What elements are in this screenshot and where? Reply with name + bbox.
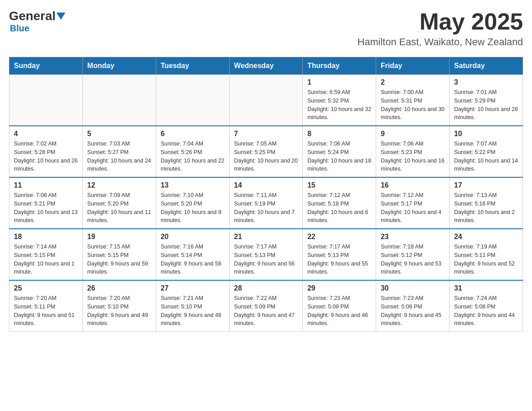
day-number: 23 (381, 233, 445, 241)
calendar-cell: 30Sunrise: 7:23 AMSunset: 5:08 PMDayligh… (376, 280, 450, 332)
day-info: Sunrise: 7:16 AMSunset: 5:14 PMDaylight:… (161, 243, 225, 276)
calendar-cell: 29Sunrise: 7:23 AMSunset: 5:09 PMDayligh… (303, 280, 376, 332)
calendar-cell: 24Sunrise: 7:19 AMSunset: 5:11 PMDayligh… (450, 229, 523, 280)
day-info: Sunrise: 7:13 AMSunset: 5:16 PMDaylight:… (454, 191, 518, 225)
calendar-cell: 8Sunrise: 7:06 AMSunset: 5:24 PMDaylight… (303, 126, 376, 177)
day-info: Sunrise: 7:18 AMSunset: 5:12 PMDaylight:… (381, 243, 445, 276)
day-info: Sunrise: 7:00 AMSunset: 5:31 PMDaylight:… (381, 88, 445, 122)
calendar-cell: 2Sunrise: 7:00 AMSunset: 5:31 PMDaylight… (376, 75, 450, 126)
calendar-cell: 5Sunrise: 7:03 AMSunset: 5:27 PMDaylight… (82, 126, 156, 177)
day-number: 28 (234, 284, 298, 292)
day-number: 29 (307, 284, 371, 292)
day-number: 14 (234, 181, 298, 189)
weekday-header-thursday: Thursday (303, 57, 376, 75)
calendar-cell: 7Sunrise: 7:05 AMSunset: 5:25 PMDaylight… (229, 126, 303, 177)
day-number: 20 (161, 233, 225, 241)
day-number: 8 (307, 130, 371, 138)
day-number: 24 (454, 233, 518, 241)
day-info: Sunrise: 7:21 AMSunset: 5:10 PMDaylight:… (161, 294, 225, 328)
day-info: Sunrise: 7:04 AMSunset: 5:26 PMDaylight:… (161, 140, 225, 173)
calendar-cell: 15Sunrise: 7:12 AMSunset: 5:18 PMDayligh… (303, 177, 376, 229)
day-info: Sunrise: 7:14 AMSunset: 5:15 PMDaylight:… (14, 243, 78, 276)
day-info: Sunrise: 7:20 AMSunset: 5:11 PMDaylight:… (14, 294, 78, 328)
day-info: Sunrise: 7:02 AMSunset: 5:28 PMDaylight:… (14, 140, 78, 173)
logo-triangle-icon (56, 13, 65, 20)
day-info: Sunrise: 7:05 AMSunset: 5:25 PMDaylight:… (234, 140, 298, 173)
day-number: 16 (381, 181, 445, 189)
calendar-cell: 21Sunrise: 7:17 AMSunset: 5:13 PMDayligh… (229, 229, 303, 280)
day-info: Sunrise: 7:06 AMSunset: 5:23 PMDaylight:… (381, 140, 445, 173)
location-subtitle: Hamilton East, Waikato, New Zealand (357, 36, 523, 48)
weekday-header-tuesday: Tuesday (156, 57, 229, 75)
calendar-cell: 19Sunrise: 7:15 AMSunset: 5:15 PMDayligh… (82, 229, 156, 280)
calendar-cell: 28Sunrise: 7:22 AMSunset: 5:09 PMDayligh… (229, 280, 303, 332)
calendar-cell (156, 75, 229, 126)
day-info: Sunrise: 7:01 AMSunset: 5:29 PMDaylight:… (454, 88, 518, 122)
day-info: Sunrise: 6:59 AMSunset: 5:32 PMDaylight:… (307, 88, 371, 122)
calendar-week-row: 4Sunrise: 7:02 AMSunset: 5:28 PMDaylight… (9, 126, 523, 177)
calendar-cell: 26Sunrise: 7:20 AMSunset: 5:10 PMDayligh… (82, 280, 156, 332)
day-info: Sunrise: 7:06 AMSunset: 5:24 PMDaylight:… (307, 140, 371, 173)
day-number: 27 (161, 284, 225, 292)
day-number: 2 (381, 78, 445, 86)
calendar-cell: 22Sunrise: 7:17 AMSunset: 5:13 PMDayligh… (303, 229, 376, 280)
day-number: 22 (307, 233, 371, 241)
day-info: Sunrise: 7:11 AMSunset: 5:19 PMDaylight:… (234, 191, 298, 225)
day-info: Sunrise: 7:22 AMSunset: 5:09 PMDaylight:… (234, 294, 298, 328)
calendar-cell: 14Sunrise: 7:11 AMSunset: 5:19 PMDayligh… (229, 177, 303, 229)
day-number: 18 (14, 233, 78, 241)
calendar-cell (229, 75, 303, 126)
day-number: 25 (14, 284, 78, 292)
calendar-cell (9, 75, 83, 126)
day-number: 3 (454, 78, 518, 86)
calendar-week-row: 11Sunrise: 7:08 AMSunset: 5:21 PMDayligh… (9, 177, 523, 229)
calendar-cell: 25Sunrise: 7:20 AMSunset: 5:11 PMDayligh… (9, 280, 83, 332)
day-number: 10 (454, 130, 518, 138)
day-number: 4 (14, 130, 78, 138)
day-number: 6 (161, 130, 225, 138)
weekday-header-wednesday: Wednesday (229, 57, 303, 75)
day-number: 31 (454, 284, 518, 292)
calendar-cell: 17Sunrise: 7:13 AMSunset: 5:16 PMDayligh… (450, 177, 523, 229)
calendar-cell: 20Sunrise: 7:16 AMSunset: 5:14 PMDayligh… (156, 229, 229, 280)
calendar-cell (82, 75, 156, 126)
calendar-cell: 18Sunrise: 7:14 AMSunset: 5:15 PMDayligh… (9, 229, 83, 280)
day-info: Sunrise: 7:07 AMSunset: 5:22 PMDaylight:… (454, 140, 518, 173)
logo-blue-text: Blue (10, 23, 29, 34)
day-info: Sunrise: 7:03 AMSunset: 5:27 PMDaylight:… (87, 140, 151, 173)
day-info: Sunrise: 7:19 AMSunset: 5:11 PMDaylight:… (454, 243, 518, 276)
day-number: 7 (234, 130, 298, 138)
calendar-cell: 3Sunrise: 7:01 AMSunset: 5:29 PMDaylight… (450, 75, 523, 126)
day-number: 1 (307, 78, 371, 86)
title-block: May 2025 Hamilton East, Waikato, New Zea… (357, 9, 523, 48)
day-info: Sunrise: 7:12 AMSunset: 5:18 PMDaylight:… (307, 191, 371, 225)
calendar-week-row: 18Sunrise: 7:14 AMSunset: 5:15 PMDayligh… (9, 229, 523, 280)
day-info: Sunrise: 7:17 AMSunset: 5:13 PMDaylight:… (234, 243, 298, 276)
day-number: 9 (381, 130, 445, 138)
calendar-week-row: 25Sunrise: 7:20 AMSunset: 5:11 PMDayligh… (9, 280, 523, 332)
weekday-header-saturday: Saturday (450, 57, 523, 75)
calendar-cell: 13Sunrise: 7:10 AMSunset: 5:20 PMDayligh… (156, 177, 229, 229)
calendar-cell: 27Sunrise: 7:21 AMSunset: 5:10 PMDayligh… (156, 280, 229, 332)
day-info: Sunrise: 7:20 AMSunset: 5:10 PMDaylight:… (87, 294, 151, 328)
logo-general-text: General (9, 9, 56, 23)
day-info: Sunrise: 7:10 AMSunset: 5:20 PMDaylight:… (161, 191, 225, 225)
calendar-cell: 4Sunrise: 7:02 AMSunset: 5:28 PMDaylight… (9, 126, 83, 177)
calendar-cell: 9Sunrise: 7:06 AMSunset: 5:23 PMDaylight… (376, 126, 450, 177)
day-info: Sunrise: 7:09 AMSunset: 5:20 PMDaylight:… (87, 191, 151, 225)
calendar-cell: 10Sunrise: 7:07 AMSunset: 5:22 PMDayligh… (450, 126, 523, 177)
day-info: Sunrise: 7:08 AMSunset: 5:21 PMDaylight:… (14, 191, 78, 225)
calendar-cell: 6Sunrise: 7:04 AMSunset: 5:26 PMDaylight… (156, 126, 229, 177)
calendar-table: SundayMondayTuesdayWednesdayThursdayFrid… (9, 57, 523, 332)
calendar-header-row: SundayMondayTuesdayWednesdayThursdayFrid… (9, 57, 523, 75)
calendar-cell: 1Sunrise: 6:59 AMSunset: 5:32 PMDaylight… (303, 75, 376, 126)
page-header: General Blue May 2025 Hamilton East, Wai… (9, 9, 523, 48)
day-number: 17 (454, 181, 518, 189)
day-info: Sunrise: 7:15 AMSunset: 5:15 PMDaylight:… (87, 243, 151, 276)
day-info: Sunrise: 7:12 AMSunset: 5:17 PMDaylight:… (381, 191, 445, 225)
day-number: 12 (87, 181, 151, 189)
day-number: 21 (234, 233, 298, 241)
calendar-week-row: 1Sunrise: 6:59 AMSunset: 5:32 PMDaylight… (9, 75, 523, 126)
day-number: 5 (87, 130, 151, 138)
calendar-cell: 11Sunrise: 7:08 AMSunset: 5:21 PMDayligh… (9, 177, 83, 229)
